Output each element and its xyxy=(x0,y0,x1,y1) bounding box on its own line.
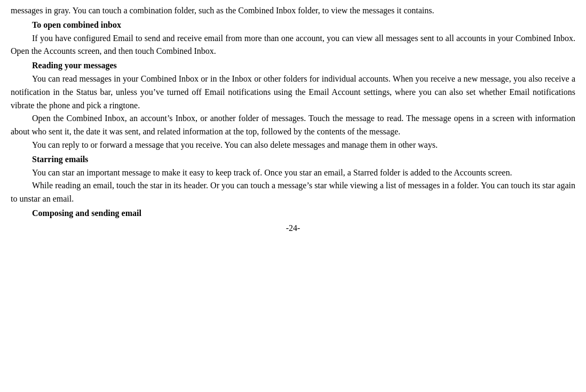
section3-body2: While reading an email, touch the star i… xyxy=(11,179,575,206)
page-container: messages in gray. You can touch a combin… xyxy=(0,0,586,392)
section4-heading: Composing and sending email xyxy=(11,207,575,220)
intro-paragraph: messages in gray. You can touch a combin… xyxy=(11,4,575,18)
section3-body1: You can star an important message to mak… xyxy=(11,166,575,180)
page-number: -24- xyxy=(11,223,575,233)
content-area: messages in gray. You can touch a combin… xyxy=(11,4,575,220)
section1-heading: To open combined inbox xyxy=(11,19,575,32)
section3-heading: Starring emails xyxy=(11,153,575,166)
section2-body3: You can reply to or forward a message th… xyxy=(11,139,575,152)
section1-body: If you have configured Email to send and… xyxy=(11,32,575,59)
section2-body1: You can read messages in your Combined I… xyxy=(11,73,575,112)
section2-body2: Open the Combined Inbox, an account’s In… xyxy=(11,112,575,139)
section2-heading: Reading your messages xyxy=(11,59,575,73)
